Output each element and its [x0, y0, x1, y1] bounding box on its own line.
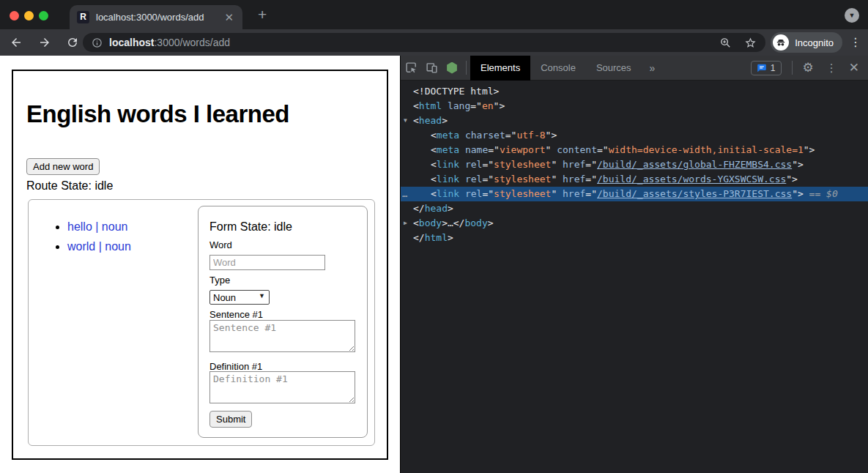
- code-token: <: [431, 159, 437, 170]
- window-zoom-button[interactable]: [39, 11, 48, 21]
- tab-search-button[interactable]: ▼: [845, 8, 859, 23]
- definition-textarea[interactable]: [209, 371, 355, 403]
- code-token: <: [413, 217, 419, 228]
- devtools-code-line[interactable]: <!DOCTYPE html>: [401, 84, 868, 99]
- browser-menu-icon[interactable]: ⋮: [850, 34, 861, 51]
- code-token: rel: [465, 159, 482, 170]
- code-token: =": [585, 174, 597, 185]
- sentence-textarea[interactable]: [209, 320, 355, 352]
- devtools-code-line[interactable]: ▶<body>…</body>: [401, 216, 868, 231]
- code-token: <: [413, 100, 419, 111]
- code-token: ">: [786, 174, 798, 185]
- browser-tab-bar: R localhost:3000/words/add ✕ + ▼: [0, 0, 868, 29]
- code-token: =": [505, 130, 517, 141]
- disclosure-arrow-icon[interactable]: ▼: [404, 113, 407, 128]
- browser-tab[interactable]: R localhost:3000/words/add ✕: [70, 5, 242, 29]
- code-token: =": [482, 174, 494, 185]
- code-token: meta: [437, 130, 459, 141]
- page-content: English words I learned Add new word Rou…: [0, 56, 400, 473]
- word-link[interactable]: hello | noun: [67, 220, 127, 233]
- extension-hexagon-icon[interactable]: [442, 56, 462, 81]
- tab-elements[interactable]: Elements: [470, 56, 530, 81]
- code-token: href: [563, 159, 585, 170]
- window-minimize-button[interactable]: [24, 11, 34, 21]
- submit-button[interactable]: Submit: [209, 411, 252, 428]
- code-token: =": [597, 144, 609, 155]
- code-token: =": [585, 159, 597, 170]
- devtools-code-line[interactable]: <meta charset="utf-8">: [401, 128, 868, 143]
- code-token: =": [585, 188, 597, 199]
- code-token: body: [419, 217, 442, 228]
- code-token: [459, 188, 465, 199]
- code-token: head: [419, 115, 442, 126]
- code-token: ": [551, 188, 563, 199]
- site-info-icon[interactable]: [92, 37, 103, 48]
- definition-label: Definition #1: [209, 361, 262, 372]
- code-token: [442, 100, 448, 111]
- issues-counter[interactable]: 1: [751, 61, 782, 75]
- devtools-code-line[interactable]: <html lang="en">: [401, 99, 868, 113]
- code-token: >: [448, 232, 453, 243]
- toolbar-divider: [466, 61, 467, 75]
- code-token: /build/_assets/global-FHZEMBS4.css: [597, 159, 792, 170]
- code-token: </: [413, 232, 425, 243]
- devtools-menu-icon[interactable]: ⋮: [820, 62, 843, 75]
- tab-close-icon[interactable]: ✕: [223, 11, 235, 24]
- disclosure-arrow-icon[interactable]: ▶: [404, 216, 407, 231]
- code-token: <: [431, 188, 437, 199]
- code-token: rel: [465, 174, 482, 185]
- app-container: English words I learned Add new word Rou…: [12, 70, 388, 460]
- word-label: Word: [209, 239, 232, 250]
- code-token: viewport: [500, 144, 546, 155]
- devtools-toolbar: Elements Console Sources » 1 ⚙ ⋮ ✕: [401, 56, 868, 81]
- more-tabs-icon[interactable]: »: [642, 62, 664, 74]
- new-tab-button[interactable]: +: [253, 6, 271, 23]
- code-token: <: [431, 174, 437, 185]
- devtools-code-line[interactable]: <link rel="stylesheet" href="/build/_ass…: [401, 172, 868, 187]
- incognito-badge: Incognito: [771, 32, 842, 53]
- devtools-code-line[interactable]: <link rel="stylesheet" href="/build/_ass…: [401, 157, 868, 172]
- window-close-button[interactable]: [10, 11, 19, 21]
- devtools-close-icon[interactable]: ✕: [843, 60, 868, 75]
- tab-console[interactable]: Console: [530, 56, 586, 81]
- code-token: href: [563, 174, 585, 185]
- devtools-code-line[interactable]: </head>: [401, 201, 868, 216]
- code-token: meta: [437, 144, 459, 155]
- word-link[interactable]: world | noun: [67, 240, 131, 253]
- code-token: stylesheet: [494, 188, 551, 199]
- type-select[interactable]: Noun: [209, 290, 270, 305]
- code-token: >: [442, 115, 448, 126]
- back-icon[interactable]: [10, 36, 23, 49]
- settings-gear-icon[interactable]: ⚙: [796, 60, 820, 75]
- code-token: [459, 159, 465, 170]
- devtools-code-line[interactable]: ▼<head>: [401, 113, 868, 128]
- incognito-label: Incognito: [795, 37, 834, 48]
- code-token: [459, 174, 465, 185]
- inspect-element-icon[interactable]: [401, 56, 421, 81]
- add-new-word-button[interactable]: Add new word: [26, 158, 100, 175]
- code-token: content: [557, 144, 597, 155]
- devtools-panel: Elements Console Sources » 1 ⚙ ⋮ ✕ <!DOC…: [400, 56, 868, 473]
- devtools-code-line[interactable]: </html>: [401, 231, 868, 245]
- code-token: ": [551, 159, 563, 170]
- zoom-icon[interactable]: [719, 37, 732, 49]
- code-token: href: [563, 188, 585, 199]
- url-path: :3000/words/add: [154, 37, 230, 48]
- device-toolbar-icon[interactable]: [421, 56, 442, 81]
- code-token: ">: [546, 130, 557, 141]
- address-bar: localhost:3000/words/add Incognito ⋮: [0, 29, 868, 56]
- devtools-code-line[interactable]: <meta name="viewport" content="width=dev…: [401, 143, 868, 157]
- tab-sources[interactable]: Sources: [586, 56, 642, 81]
- code-token: ">: [804, 144, 815, 155]
- word-input[interactable]: [209, 255, 325, 270]
- code-token: link: [437, 159, 459, 170]
- forward-icon[interactable]: [38, 36, 51, 49]
- reload-icon[interactable]: [66, 36, 79, 49]
- bookmark-star-icon[interactable]: [744, 37, 757, 49]
- sentence-label: Sentence #1: [209, 309, 263, 320]
- code-token: stylesheet: [494, 174, 551, 185]
- ellipsis-gutter-icon[interactable]: …: [402, 187, 408, 201]
- url-input[interactable]: localhost:3000/words/add: [83, 33, 765, 52]
- devtools-code-line[interactable]: …<link rel="stylesheet" href="/build/_as…: [401, 187, 868, 201]
- url-host: localhost: [109, 37, 154, 48]
